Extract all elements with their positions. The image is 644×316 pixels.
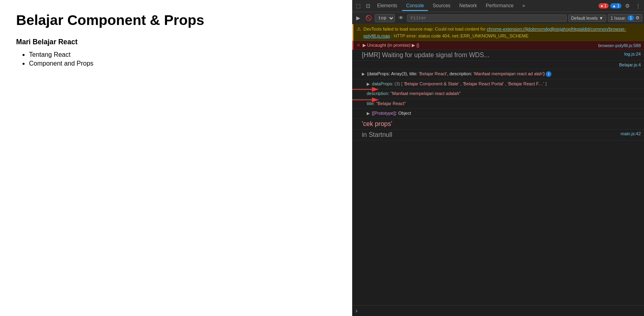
error-icon: ✕ bbox=[357, 43, 360, 48]
devtools-icons-right: ● 1 ▲ 1 ⚙ ⋮ bbox=[599, 2, 642, 10]
object-row: ▶ {dataProps: Array(3), title: 'Belajar … bbox=[352, 69, 644, 79]
prototype-key: [[Prototype]]: bbox=[372, 111, 397, 116]
list-item: Tentang React bbox=[29, 51, 336, 58]
page-title: Belajar Component & Props bbox=[16, 12, 336, 28]
console-output: ⚠ DevTools failed to load source map: Co… bbox=[352, 24, 644, 305]
dataprops-val1: 'Belajar React Portal' bbox=[463, 81, 504, 86]
error-source[interactable]: browser-polyfill.js:588 bbox=[598, 43, 641, 48]
dataprops-expand-arrow[interactable]: ▶ bbox=[367, 82, 370, 86]
inspect-element-icon[interactable]: ⬚ bbox=[354, 2, 363, 10]
description-row: description: "Manfaat mempelajari react … bbox=[352, 89, 644, 99]
hmr-source[interactable]: log.js:24 bbox=[624, 52, 641, 56]
hmr-log-row: [HMR] Waiting for update signal from WDS… bbox=[352, 50, 644, 61]
belajar-source-row: Belajar.js:4 bbox=[352, 61, 644, 69]
devtools-panel: ⬚ ⊡ Elements Console Sources Network Per… bbox=[352, 0, 644, 316]
tab-network[interactable]: Network bbox=[455, 1, 481, 11]
issue-button[interactable]: 1 Issue: 1 ⚙ bbox=[608, 14, 642, 22]
description-key: description: bbox=[367, 91, 389, 96]
in-startnull-row: in Startnull main.js:42 bbox=[352, 130, 644, 140]
object-text: {dataProps: Array(3), title: 'Belajar Re… bbox=[367, 71, 545, 76]
title-row: title: "Belajar React" bbox=[352, 99, 644, 109]
console-toolbar: ▶ 🚫 top 👁 Default levels ▼ 1 Issue: 1 ⚙ bbox=[352, 12, 644, 24]
dataprops-key: dataProps: bbox=[372, 81, 393, 86]
devtools-tab-bar: ⬚ ⊡ Elements Console Sources Network Per… bbox=[352, 0, 644, 12]
eye-icon[interactable]: 👁 bbox=[396, 14, 405, 23]
dataprops-count: (3) [ bbox=[394, 81, 402, 86]
error-badge: ● 1 bbox=[599, 3, 608, 8]
info-icon[interactable]: i bbox=[546, 71, 551, 77]
error-message[interactable]: ✕ ▶ Uncaught (in promise) ▶ {} browser-p… bbox=[352, 41, 644, 50]
tab-sources[interactable]: Sources bbox=[429, 1, 454, 11]
prompt-arrow: › bbox=[355, 307, 357, 314]
webpage-content: Belajar Component & Props Mari Belajar R… bbox=[0, 0, 352, 316]
tab-console[interactable]: Console bbox=[402, 1, 428, 11]
in-startnull-text: in Startnull bbox=[362, 131, 392, 138]
tab-performance[interactable]: Performance bbox=[482, 1, 518, 11]
default-levels-button[interactable]: Default levels ▼ bbox=[568, 14, 606, 22]
warning-badge: ▲ 1 bbox=[610, 3, 621, 8]
tab-more[interactable]: » bbox=[518, 1, 529, 11]
clear-console-icon[interactable]: 🚫 bbox=[364, 14, 373, 23]
execute-icon[interactable]: ▶ bbox=[354, 14, 363, 23]
object-expand-arrow[interactable]: ▶ bbox=[362, 72, 365, 76]
settings-icon[interactable]: ⚙ bbox=[623, 2, 632, 10]
title-value: "Belajar React" bbox=[376, 101, 406, 106]
cek-props-row: 'cek props' bbox=[352, 119, 644, 130]
error-text: ▶ Uncaught (in promise) ▶ {} bbox=[363, 43, 419, 48]
belajar-source[interactable]: Belajar.js:4 bbox=[619, 62, 641, 67]
warning-message: ⚠ DevTools failed to load source map: Co… bbox=[352, 24, 644, 41]
prototype-value: Object bbox=[398, 111, 411, 116]
device-toolbar-icon[interactable]: ⊡ bbox=[363, 2, 372, 10]
cek-props-text: 'cek props' bbox=[362, 120, 392, 128]
list-item: Component and Props bbox=[29, 60, 336, 67]
page-subtitle: Mari Belajar React bbox=[16, 38, 336, 46]
dataprops-val0: 'Belajar Component & State' bbox=[404, 81, 459, 86]
prototype-expand-arrow[interactable]: ▶ bbox=[367, 111, 370, 116]
console-prompt[interactable]: › bbox=[352, 305, 644, 316]
tab-elements[interactable]: Elements bbox=[373, 1, 401, 11]
more-options-icon[interactable]: ⋮ bbox=[634, 2, 642, 10]
context-selector[interactable]: top bbox=[375, 14, 395, 22]
filter-input[interactable] bbox=[407, 14, 567, 22]
warning-icon: ⚠ bbox=[357, 26, 361, 32]
page-list: Tentang React Component and Props bbox=[16, 51, 336, 67]
issue-badge: 1 bbox=[627, 15, 634, 21]
description-value: "Manfaat mempelajari react adalah" bbox=[390, 91, 460, 96]
title-key: title: bbox=[367, 101, 375, 106]
hmr-text: [HMR] Waiting for update signal from WDS… bbox=[362, 52, 489, 59]
settings-icon-small: ⚙ bbox=[636, 15, 640, 21]
dataprops-row: ▶ dataProps: (3) [ 'Belajar Component & … bbox=[352, 79, 644, 89]
prototype-row: ▶ [[Prototype]]: Object bbox=[352, 109, 644, 119]
main-source[interactable]: main.js:42 bbox=[621, 131, 641, 136]
dataprops-val2: 'Belajar React F…' bbox=[508, 81, 544, 86]
warning-text: DevTools failed to load source map: Coul… bbox=[363, 26, 641, 39]
